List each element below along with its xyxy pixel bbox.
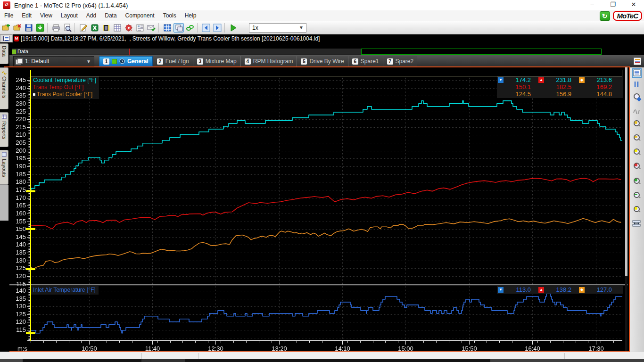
min-icon: ▼ — [498, 77, 504, 83]
zoom-out-y-icon[interactable] — [632, 191, 642, 200]
tab-drive-by-wire[interactable]: 5Drive By Wire — [297, 56, 347, 66]
print-icon[interactable] — [51, 23, 61, 33]
motec-logo: MoTeC — [613, 11, 642, 21]
export-excel-icon[interactable] — [90, 23, 100, 33]
menu-file[interactable]: File — [0, 10, 17, 21]
tab-rpm-histogram[interactable]: 4RPM Histogram — [240, 56, 297, 66]
window-title: Engine 1 - MoTeC i2 Pro (x64) (1.1.4.454… — [14, 2, 128, 9]
link-icon[interactable] — [185, 23, 195, 33]
sync-button[interactable]: ↻ — [600, 11, 610, 21]
chevron-down-icon: ▼ — [299, 25, 304, 30]
chevron-down-icon: ▼ — [86, 59, 91, 64]
windows-icon[interactable] — [173, 23, 184, 33]
menu-layout[interactable]: Layout — [57, 10, 82, 21]
max-icon: ▲ — [538, 77, 544, 83]
tab-general[interactable]: 1 General — [99, 56, 153, 66]
nav-right-icon[interactable] — [212, 23, 223, 33]
channels-icon — [2, 70, 7, 74]
zoom-fit-x-icon[interactable] — [632, 148, 642, 157]
edit-worksheet-icon[interactable] — [634, 58, 641, 65]
legend-marker — [33, 93, 35, 96]
taskbar-edge — [0, 359, 644, 362]
max-icon: ▲ — [538, 287, 544, 293]
gauge-icon[interactable] — [124, 23, 134, 33]
menu-view[interactable]: View — [36, 10, 57, 21]
tab-spare1[interactable]: 6Spare1 — [348, 56, 383, 66]
zoom-fit-y-icon[interactable] — [632, 205, 642, 214]
ruler-icon[interactable] — [632, 219, 642, 229]
play-icon[interactable] — [228, 23, 239, 33]
menu-help[interactable]: Help — [181, 10, 201, 21]
status-bar — [0, 352, 644, 359]
avg-icon: ◆ — [579, 287, 585, 293]
active-data-icon — [112, 59, 117, 64]
save-icon[interactable] — [24, 23, 34, 33]
data-file-bar: M [19:15.000] Data,12:18:27 PM, 6/25/202… — [0, 34, 644, 42]
reports-icon — [2, 115, 7, 119]
legend-trans-post: Trans Post Cooler [°F] — [33, 91, 96, 98]
components-icon[interactable] — [162, 23, 173, 33]
tab-mixture-map[interactable]: 3Mixture Map — [193, 56, 240, 66]
sidebar: Data Channels Reports Layouts — [0, 42, 9, 352]
avg-icon: ◆ — [579, 77, 585, 83]
min-icon: ▼ — [498, 287, 504, 293]
vertical-scrollbar[interactable] — [625, 67, 627, 351]
zoom-region-icon[interactable] — [632, 162, 642, 171]
legend-coolant: Coolant Temperature [°F] — [33, 77, 96, 84]
zoom-out-x-icon[interactable] — [632, 133, 642, 143]
curves-icon[interactable] — [632, 106, 642, 115]
legend-inlet: Inlet Air Temperature [°F] — [33, 287, 96, 294]
close-button[interactable]: ✕ — [623, 0, 644, 10]
import-icon[interactable] — [35, 23, 45, 33]
stats-panel: ▼174.2 ▲231.8 ◆213.6 150.1 182.5 169.2 1… — [497, 76, 623, 98]
graph-legend: Coolant Temperature [°F] Trans Temp Out … — [31, 76, 99, 99]
playback-speed-select[interactable]: 1x ▼ — [249, 23, 306, 33]
new-file-icon[interactable] — [1, 23, 11, 33]
legend-trans-out: Trans Temp Out [°F] — [33, 84, 96, 91]
table-icon[interactable] — [112, 23, 123, 33]
edit-icon[interactable] — [78, 23, 89, 33]
menu-component[interactable]: Component — [121, 10, 159, 21]
properties-icon[interactable] — [135, 23, 145, 33]
print-preview-icon[interactable] — [62, 23, 73, 33]
menu-bar: File Edit View Layout Add Data Component… — [0, 10, 644, 21]
pause-icon[interactable] — [632, 80, 642, 90]
pane-header-data[interactable]: Data Data — [12, 49, 361, 55]
pane-header-cursor — [129, 49, 130, 55]
scrollbar-thumb[interactable] — [625, 67, 627, 276]
video-icon[interactable] — [101, 23, 111, 33]
graph-panel: Coolant Temperature [°F] Trans Temp Out … — [9, 67, 630, 352]
data-file-text: [19:15.000] Data,12:18:27 PM, 6/25/2021,… — [21, 35, 320, 42]
tab-spare2[interactable]: 7Spare2 — [383, 56, 418, 66]
sidebar-tab-channels[interactable]: Channels — [0, 67, 8, 109]
zoom-in-y-icon[interactable] — [632, 177, 642, 186]
restore-button[interactable]: ❐ — [603, 0, 623, 10]
zoom-select-icon[interactable] — [632, 92, 642, 102]
zoom-in-x-icon[interactable] — [632, 119, 642, 129]
menu-add[interactable]: Add — [82, 10, 100, 21]
graph-toolbar — [630, 67, 644, 352]
layouts-icon — [2, 152, 7, 157]
open-file-icon[interactable] — [12, 23, 23, 33]
menu-tools[interactable]: Tools — [159, 10, 181, 21]
tab-fuel-ign[interactable]: 2Fuel / Ign — [153, 56, 193, 66]
data-range-box[interactable] — [361, 49, 602, 55]
values-list-icon[interactable] — [632, 68, 642, 78]
sidebar-tab-data[interactable]: Data — [0, 43, 8, 64]
data-active-indicator — [12, 49, 16, 54]
title-bar: i2 Engine 1 - MoTeC i2 Pro (x64) (1.1.4.… — [0, 0, 644, 10]
sidebar-tab-layouts[interactable]: Layouts — [0, 150, 8, 185]
time-graph[interactable] — [9, 67, 628, 351]
minimize-button[interactable]: – — [582, 0, 603, 10]
data-view-icon[interactable] — [0, 34, 13, 42]
menu-edit[interactable]: Edit — [17, 10, 36, 21]
pages-icon — [16, 58, 22, 64]
clock-icon — [119, 58, 125, 64]
mail-check-icon[interactable] — [146, 23, 157, 33]
nav-left-icon[interactable] — [201, 23, 211, 33]
menu-data[interactable]: Data — [100, 10, 121, 21]
worksheet-tab-bar: 1: Default ▼ 1 General 2Fuel / Ign 3Mixt… — [0, 55, 644, 67]
pane-header-strip: Data Data — [0, 42, 644, 55]
worksheet-selector[interactable]: 1: Default ▼ — [13, 56, 94, 66]
sidebar-tab-reports[interactable]: Reports — [0, 112, 8, 147]
